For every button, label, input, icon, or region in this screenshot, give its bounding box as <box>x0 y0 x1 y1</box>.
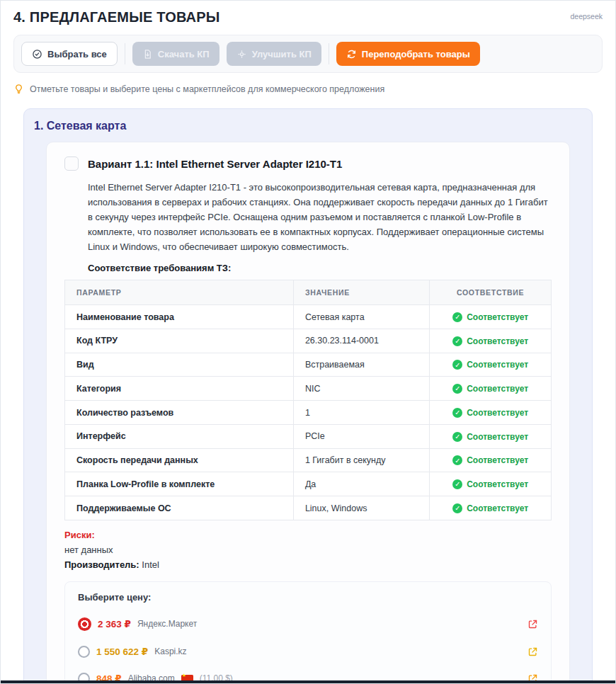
price-radio-selected[interactable] <box>78 617 91 631</box>
page-header: 4. ПРЕДЛАГАЕМЫЕ ТОВАРЫ deepseek <box>13 9 603 25</box>
refresh-icon <box>346 49 357 59</box>
status-cell: ✓Соответствует <box>430 305 552 329</box>
external-link-icon[interactable] <box>527 619 538 629</box>
status-label: Соответствует <box>467 360 528 370</box>
variant-title: Вариант 1.1: Intel Ethernet Server Adapt… <box>88 158 342 170</box>
value-cell: 1 <box>293 401 429 425</box>
table-row: Планка Low-Profile в комплекте Да ✓Соотв… <box>65 472 552 496</box>
param-cell: Скорость передачи данных <box>65 448 294 472</box>
risks-label: Риски: <box>64 530 552 540</box>
value-cell: 26.30.23.114-0001 <box>293 329 429 353</box>
status-cell: ✓Соответствует <box>430 377 552 401</box>
check-icon: ✓ <box>452 312 462 322</box>
table-row: Наименование товара Сетевая карта ✓Соотв… <box>65 305 552 329</box>
variant-card: Вариант 1.1: Intel Ethernet Server Adapt… <box>46 142 570 684</box>
price-value: 1 550 622 ₽ <box>96 646 148 657</box>
param-cell: Планка Low-Profile в комплекте <box>65 472 294 496</box>
param-cell: Код КТРУ <box>65 329 294 353</box>
col-value: ЗНАЧЕНИЕ <box>293 280 429 305</box>
hint-text: Отметьте товары и выберите цены с маркет… <box>30 84 384 94</box>
variant-header: Вариант 1.1: Intel Ethernet Server Adapt… <box>64 156 552 171</box>
value-cell: Встраиваемая <box>293 353 429 377</box>
price-selector: Выберите цену: 2 363 ₽ Яндекс.Маркет 1 5… <box>64 581 552 684</box>
status-label: Соответствует <box>467 408 528 418</box>
marketplace-label: Яндекс.Маркет <box>137 619 197 629</box>
value-cell: Linux, Windows <box>293 496 429 520</box>
marketplace-label: Kaspi.kz <box>154 646 186 656</box>
risks-value: нет данных <box>64 545 552 555</box>
value-cell: PCIe <box>293 424 429 448</box>
status-label: Соответствует <box>467 384 528 394</box>
manufacturer-label: Производитель: <box>64 559 139 570</box>
toolbar: Выбрать все Скачать КП Улучшить КП Переп… <box>13 35 603 73</box>
price-selector-title: Выберите цену: <box>78 592 538 603</box>
status-cell: ✓Соответствует <box>430 472 552 496</box>
value-cell: Сетевая карта <box>293 305 429 329</box>
param-cell: Вид <box>65 353 294 377</box>
table-body: Наименование товара Сетевая карта ✓Соотв… <box>65 305 552 520</box>
check-icon: ✓ <box>452 336 462 346</box>
value-cell: Да <box>293 472 429 496</box>
download-kp-button[interactable]: Скачать КП <box>132 42 219 66</box>
check-icon: ✓ <box>452 408 462 418</box>
reselect-products-label: Переподобрать товары <box>362 49 470 59</box>
status-cell: ✓Соответствует <box>430 353 552 377</box>
value-cell: NIC <box>293 377 429 401</box>
status-cell: ✓Соответствует <box>430 401 552 425</box>
variant-checkbox[interactable] <box>64 156 79 171</box>
param-cell: Категория <box>65 377 294 401</box>
table-row: Поддерживаемые ОС Linux, Windows ✓Соотве… <box>65 496 552 520</box>
price-value: 2 363 ₽ <box>98 618 131 629</box>
select-all-label: Выбрать все <box>47 49 107 59</box>
magic-bulb-icon <box>236 49 247 59</box>
watermark-label: deepseek <box>570 12 603 21</box>
status-cell: ✓Соответствует <box>430 329 552 353</box>
variant-description: Intel Ethernet Server Adapter I210-T1 - … <box>88 180 552 254</box>
param-cell: Поддерживаемые ОС <box>65 496 294 520</box>
status-label: Соответствует <box>467 312 528 322</box>
section-title: 1. Сетевая карта <box>34 120 582 132</box>
page: 4. ПРЕДЛАГАЕМЫЕ ТОВАРЫ deepseek Выбрать … <box>0 0 616 684</box>
check-icon: ✓ <box>452 384 462 394</box>
download-kp-label: Скачать КП <box>158 49 210 59</box>
external-link-icon[interactable] <box>527 646 538 657</box>
check-icon: ✓ <box>452 455 462 465</box>
param-cell: Количество разъемов <box>65 401 294 425</box>
table-header-row: ПАРАМЕТР ЗНАЧЕНИЕ СООТВЕТСТВИЕ <box>65 280 552 305</box>
price-radio[interactable] <box>78 646 90 658</box>
hint-row: Отметьте товары и выберите цены с маркет… <box>13 84 603 94</box>
select-all-button[interactable]: Выбрать все <box>21 42 118 66</box>
check-icon: ✓ <box>452 432 462 442</box>
value-cell: 1 Гигабит в секунду <box>293 448 429 472</box>
table-row: Вид Встраиваемая ✓Соответствует <box>65 353 552 377</box>
price-option-yandex: 2 363 ₽ Яндекс.Маркет <box>78 617 538 631</box>
table-row: Скорость передачи данных 1 Гигабит в сек… <box>65 448 552 472</box>
check-circle-icon <box>32 49 42 59</box>
check-icon: ✓ <box>452 360 462 370</box>
status-label: Соответствует <box>467 336 528 346</box>
check-icon: ✓ <box>452 503 462 513</box>
check-icon: ✓ <box>452 479 462 489</box>
table-row: Интерфейс PCIe ✓Соответствует <box>65 424 552 448</box>
improve-kp-label: Улучшить КП <box>252 49 312 59</box>
toolbar-separator <box>329 43 329 64</box>
table-row: Количество разъемов 1 ✓Соответствует <box>65 401 552 425</box>
status-label: Соответствует <box>467 455 528 465</box>
status-cell: ✓Соответствует <box>430 424 552 448</box>
toolbar-separator <box>125 43 125 64</box>
compliance-title: Соответствие требованиям ТЗ: <box>88 263 552 273</box>
status-label: Соответствует <box>467 479 528 489</box>
col-param: ПАРАМЕТР <box>65 280 294 305</box>
lightbulb-icon <box>13 84 24 94</box>
reselect-products-button[interactable]: Переподобрать товары <box>336 42 480 66</box>
status-cell: ✓Соответствует <box>430 448 552 472</box>
improve-kp-button[interactable]: Улучшить КП <box>227 42 321 66</box>
status-cell: ✓Соответствует <box>430 496 552 520</box>
status-label: Соответствует <box>467 432 528 442</box>
page-title: 4. ПРЕДЛАГАЕМЫЕ ТОВАРЫ <box>13 9 220 25</box>
col-status: СООТВЕТСТВИЕ <box>430 280 552 305</box>
manufacturer-row: Производитель: Intel <box>64 559 552 570</box>
param-cell: Интерфейс <box>65 424 294 448</box>
table-row: Код КТРУ 26.30.23.114-0001 ✓Соответствуе… <box>65 329 552 353</box>
compliance-table: ПАРАМЕТР ЗНАЧЕНИЕ СООТВЕТСТВИЕ Наименова… <box>64 280 552 520</box>
